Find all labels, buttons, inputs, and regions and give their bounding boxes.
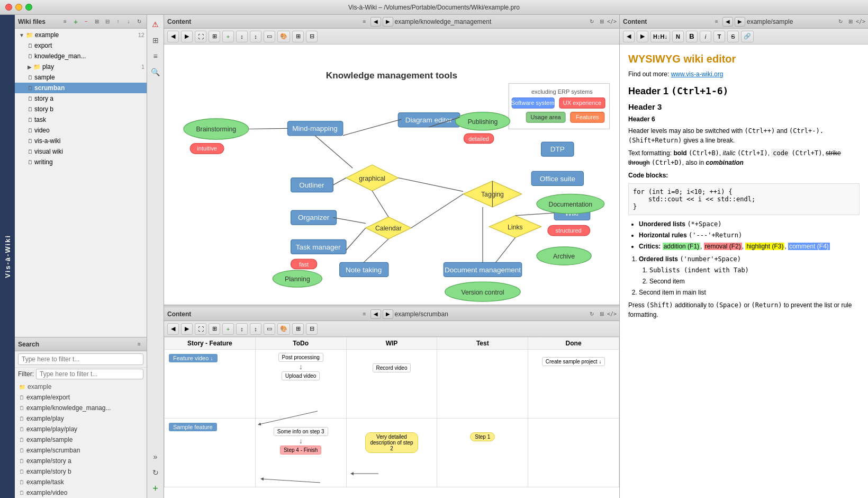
tree-item-knowledge[interactable]: 🗒 knowledge_man... xyxy=(15,51,147,61)
tree-item-export[interactable]: 🗒 export xyxy=(15,40,147,51)
right-italic-btn[interactable]: i xyxy=(700,31,711,42)
rect-btn[interactable]: ▭ xyxy=(264,31,275,42)
minimize-button[interactable] xyxy=(15,4,22,11)
task-create-sample[interactable]: Create sample project ↓ xyxy=(542,357,605,366)
tree-item-sample[interactable]: 🗒 sample xyxy=(15,72,147,83)
search-result-scrumban[interactable]: 🗒 example/scrumban xyxy=(15,445,147,456)
code-icon2[interactable]: </> xyxy=(608,310,616,318)
add-node-btn2[interactable]: + xyxy=(222,323,234,335)
right-menu-icon[interactable]: ≡ xyxy=(712,17,721,26)
search-result-knowledge[interactable]: 🗒 example/knowledge_manag... xyxy=(15,403,147,413)
layout-btn[interactable]: ⊟ xyxy=(306,31,318,42)
right-n-btn[interactable]: N xyxy=(672,31,684,42)
code-icon[interactable]: </> xyxy=(608,17,616,26)
add-node-btn[interactable]: + xyxy=(222,31,234,42)
tree-item-story-a[interactable]: 🗒 story a xyxy=(15,93,147,104)
grid-icon[interactable]: ⊞ xyxy=(148,33,163,48)
content-menu-icon[interactable]: ≡ xyxy=(360,17,369,26)
right-code-icon[interactable]: </> xyxy=(856,17,865,26)
search-result-story-b[interactable]: 🗒 example/story b xyxy=(15,466,147,477)
task-step4[interactable]: Step 4 - Finish xyxy=(280,446,321,455)
expand-content-icon2[interactable]: ⊞ xyxy=(598,310,606,318)
forward-btn2[interactable]: ▶ xyxy=(181,323,193,335)
add-file-icon[interactable]: + xyxy=(71,17,80,26)
grid-btn[interactable]: ⊞ xyxy=(209,31,220,42)
tree-item-example[interactable]: ▼ 📁 example 12 xyxy=(15,30,147,40)
move-down-icon[interactable]: ↓ xyxy=(124,17,133,26)
wiki-link[interactable]: www.vis-a-wiki.org xyxy=(671,70,724,78)
tree-item-vis-a-wiki[interactable]: 🗒 vis-a-wiki xyxy=(15,136,147,146)
refresh-right-icon[interactable]: ↻ xyxy=(836,17,845,26)
nav-forward-btn2[interactable]: ▶ xyxy=(383,309,393,319)
search-result-play-play[interactable]: 🗒 example/play/play xyxy=(15,424,147,434)
task-upload-video[interactable]: Upload video xyxy=(282,371,320,380)
task-some-info[interactable]: Some info on step 3 xyxy=(274,427,328,436)
tree-item-play[interactable]: ▶ 📁 play 1 xyxy=(15,61,147,72)
format2-btn[interactable]: ↕ xyxy=(250,31,261,42)
right-title-btn[interactable]: T xyxy=(713,31,725,42)
collapse-icon[interactable]: ⊟ xyxy=(103,17,112,26)
nav-forward-btn[interactable]: ▶ xyxy=(383,17,393,26)
table-btn[interactable]: ⊞ xyxy=(292,31,304,42)
expand-icon[interactable]: ⊞ xyxy=(93,17,101,26)
right-forward-nav[interactable]: ▶ xyxy=(637,31,648,42)
search-result-video[interactable]: 🗒 example/video xyxy=(15,487,147,498)
content-menu-icon2[interactable]: ≡ xyxy=(360,310,369,318)
back-btn2[interactable]: ◀ xyxy=(167,323,179,335)
layers-icon[interactable]: ≡ xyxy=(148,49,163,64)
maximize-button[interactable] xyxy=(25,4,32,11)
remove-icon[interactable]: − xyxy=(82,17,91,26)
tree-item-writing[interactable]: 🗒 writing xyxy=(15,157,147,167)
search-list-icon[interactable]: ≡ xyxy=(135,340,143,349)
forward-btn[interactable]: ▶ xyxy=(181,31,193,42)
story-label-2[interactable]: Sample feature xyxy=(169,423,217,431)
search-result-task[interactable]: 🗒 example/task xyxy=(15,477,147,487)
refresh-content-icon[interactable]: ↻ xyxy=(587,17,596,26)
search-side-icon[interactable]: 🔍 xyxy=(148,65,163,79)
tree-item-story-b[interactable]: 🗒 story b xyxy=(15,104,147,114)
window-controls[interactable] xyxy=(5,4,32,11)
right-bold-btn[interactable]: B xyxy=(686,31,698,42)
tree-item-visual-wiki[interactable]: 🗒 visual wiki xyxy=(15,146,147,157)
refresh-content-icon2[interactable]: ↻ xyxy=(587,310,596,318)
format2-btn2[interactable]: ↕ xyxy=(250,323,261,335)
filter-input[interactable] xyxy=(36,369,143,379)
expand-content-icon[interactable]: ⊞ xyxy=(598,17,606,26)
search-result-story-a[interactable]: 🗒 example/story a xyxy=(15,456,147,466)
alert-icon[interactable]: ⚠ xyxy=(148,17,163,32)
color-btn2[interactable]: 🎨 xyxy=(277,323,290,335)
format-btn[interactable]: ↕ xyxy=(236,31,248,42)
chevron-right-icon[interactable]: » xyxy=(148,449,163,464)
grid-btn2[interactable]: ⊞ xyxy=(209,323,220,335)
close-button[interactable] xyxy=(5,4,12,11)
move-up-icon[interactable]: ↑ xyxy=(114,17,122,26)
tree-item-scrumban[interactable]: 🗒 scrumban xyxy=(15,83,147,93)
list-icon[interactable]: ≡ xyxy=(61,17,69,26)
rect-btn2[interactable]: ▭ xyxy=(264,323,275,335)
task-record-video[interactable]: Record video xyxy=(373,363,411,372)
nav-back-btn2[interactable]: ◀ xyxy=(370,309,381,319)
task-very-detailed[interactable]: Very detailed description of step 2 xyxy=(365,432,418,453)
tree-item-video[interactable]: 🗒 video xyxy=(15,125,147,136)
right-strike-btn[interactable]: S xyxy=(727,31,739,42)
right-h-btn[interactable]: H↕H↓ xyxy=(650,31,670,42)
search-result-example[interactable]: 📁 example xyxy=(15,381,147,392)
search-result-play[interactable]: 🗒 example/play xyxy=(15,413,147,424)
story-label[interactable]: Feature video ↓ xyxy=(169,354,218,362)
add-bottom-icon[interactable]: + xyxy=(148,481,163,496)
back-btn[interactable]: ◀ xyxy=(167,31,179,42)
search-result-export[interactable]: 🗒 example/export xyxy=(15,392,147,403)
expand-right-icon[interactable]: ⊞ xyxy=(846,17,855,26)
right-back-nav[interactable]: ◀ xyxy=(623,31,635,42)
table-btn2[interactable]: ⊞ xyxy=(292,323,304,335)
format-btn2[interactable]: ↕ xyxy=(236,323,248,335)
tree-item-task[interactable]: 🗒 task xyxy=(15,114,147,125)
layout-btn2[interactable]: ⊟ xyxy=(306,323,318,335)
search-result-sample[interactable]: 🗒 example/sample xyxy=(15,434,147,445)
fullscreen-btn2[interactable]: ⛶ xyxy=(195,323,206,335)
color-btn[interactable]: 🎨 xyxy=(277,31,290,42)
right-forward-btn[interactable]: ▶ xyxy=(735,17,745,26)
task-step1[interactable]: Step 1 xyxy=(470,432,495,441)
search-input[interactable] xyxy=(18,353,143,365)
right-back-btn[interactable]: ◀ xyxy=(722,17,733,26)
